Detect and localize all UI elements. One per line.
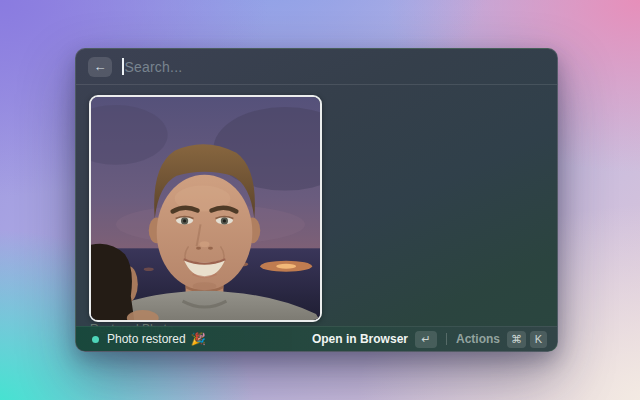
k-key: K	[530, 331, 547, 348]
status-dot-icon	[92, 336, 99, 343]
photo-preview	[89, 95, 322, 322]
divider	[446, 333, 447, 345]
party-popper-icon: 🎉	[191, 332, 206, 346]
back-arrow-icon: ←	[94, 60, 107, 73]
back-button[interactable]: ←	[88, 57, 112, 77]
enter-key-icon: ↵	[415, 331, 437, 348]
text-caret	[122, 58, 124, 75]
cmd-key-icon: ⌘	[507, 331, 526, 348]
portrait-photo	[91, 97, 320, 320]
search-bar: ← Search...	[76, 49, 557, 85]
status-label: Photo restored	[107, 332, 186, 346]
actions-shortcut: ⌘ K	[507, 331, 547, 348]
search-placeholder: Search...	[125, 59, 183, 75]
open-in-browser-button[interactable]: Open in Browser ↵	[312, 331, 437, 348]
launcher-window: ← Search...	[75, 48, 558, 352]
desktop-background: ← Search...	[0, 0, 640, 400]
open-in-browser-label: Open in Browser	[312, 332, 408, 346]
actions-button[interactable]: Actions ⌘ K	[456, 331, 547, 348]
search-input[interactable]: Search...	[122, 58, 545, 75]
status-bar: Photo restored 🎉 Open in Browser ↵ Actio…	[76, 326, 557, 351]
content-area	[76, 86, 557, 326]
actions-label: Actions	[456, 332, 500, 346]
status-text: Photo restored 🎉	[107, 332, 206, 346]
action-buttons: Open in Browser ↵ Actions ⌘ K	[312, 331, 547, 348]
